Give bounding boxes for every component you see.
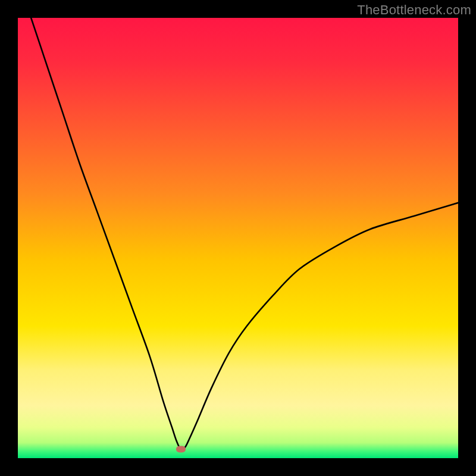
bottleneck-curve (18, 18, 458, 458)
plot-area (18, 18, 458, 458)
watermark-text: TheBottleneck.com (357, 2, 471, 18)
chart-frame: TheBottleneck.com (0, 0, 476, 476)
optimal-point-marker (176, 446, 186, 453)
